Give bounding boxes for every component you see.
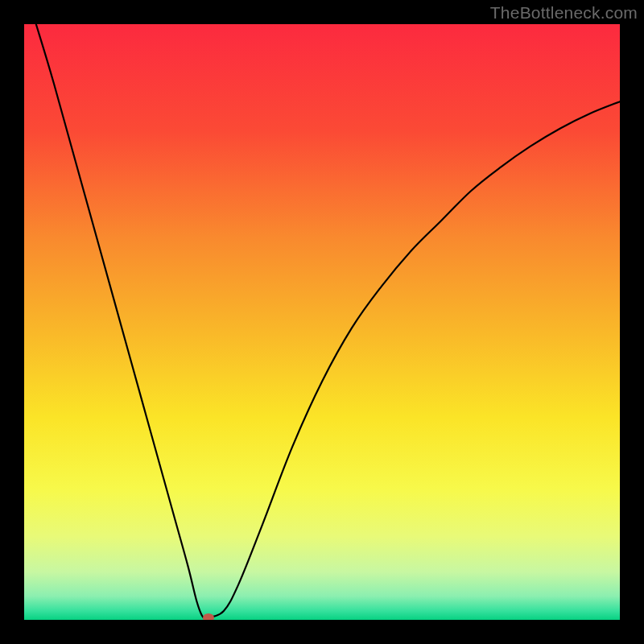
watermark-text: TheBottleneck.com [490,3,638,23]
optimal-point-marker [203,613,214,620]
bottleneck-curve [24,24,620,620]
chart-frame: TheBottleneck.com [0,0,644,644]
plot-area [24,24,620,620]
